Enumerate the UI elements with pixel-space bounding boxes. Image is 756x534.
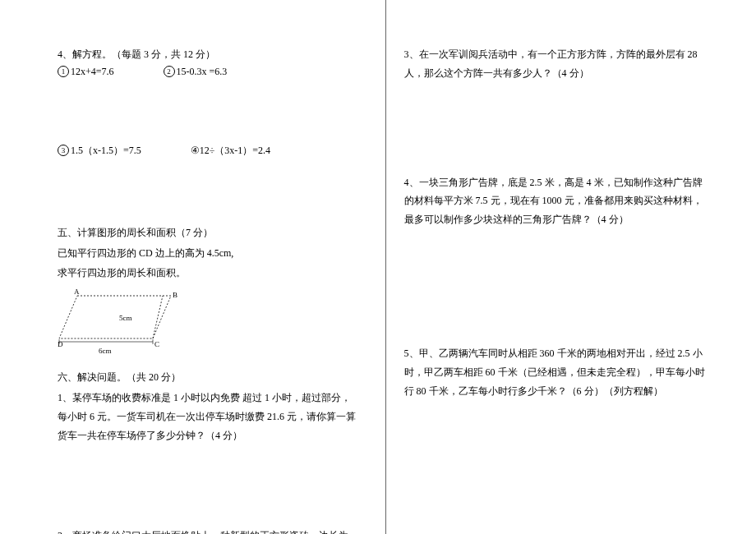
diag-side: 5cm: [119, 314, 132, 322]
eq-2: 15-0.3x =6.3: [177, 66, 228, 78]
eq-3: 1.5（x-1.5）=7.5: [71, 144, 141, 158]
q4: 4、一块三角形广告牌，底是 2.5 米，高是 4 米，已知制作这种广告牌的材料每…: [404, 173, 708, 229]
eq-1: 12x+4=7.6: [71, 66, 114, 78]
parallelogram-diagram: A B C D 5cm 6cm: [58, 289, 361, 360]
svg-line-1: [153, 296, 163, 338]
equations-row-1: 1 12x+4=7.6 2 15-0.3x =6.3: [58, 66, 361, 78]
s5-line-2: 求平行四边形的周长和面积。: [58, 264, 361, 283]
point-c: C: [154, 340, 159, 348]
point-d: D: [58, 340, 63, 348]
equations-row-2: 3 1.5（x-1.5）=7.5 ④12÷（3x-1）=2.4: [58, 144, 361, 158]
point-b: B: [173, 291, 177, 299]
q5: 5、甲、乙两辆汽车同时从相距 360 千米的两地相对开出，经过 2.5 小时，甲…: [404, 344, 708, 400]
section-6-title: 六、解决问题。（共 20 分）: [58, 368, 361, 387]
circle-2: 2: [164, 66, 175, 77]
section-4-title: 4、解方程。（每题 3 分，共 12 分）: [58, 45, 361, 64]
q2: 2、商场准备给门口大厅地面换贴上一种新型的正方形瓷砖，边长为 1.2m，大厅的面…: [58, 527, 361, 534]
section-5-title: 五、计算图形的周长和面积（7 分）: [58, 223, 361, 242]
diag-base: 6cm: [99, 347, 112, 355]
eq-4: ④12÷（3x-1）=2.4: [191, 144, 270, 158]
circle-1: 1: [58, 66, 69, 77]
s5-line-1: 已知平行四边形的 CD 边上的高为 4.5cm,: [58, 244, 361, 263]
svg-marker-0: [59, 296, 171, 338]
circle-3: 3: [58, 145, 69, 156]
q1: 1、某停车场的收费标准是 1 小时以内免费 超过 1 小时，超过部分，每小时 6…: [58, 389, 361, 444]
point-a: A: [74, 289, 80, 296]
q3: 3、在一次军训阅兵活动中，有一个正方形方阵，方阵的最外层有 28 人，那么这个方…: [404, 45, 708, 83]
